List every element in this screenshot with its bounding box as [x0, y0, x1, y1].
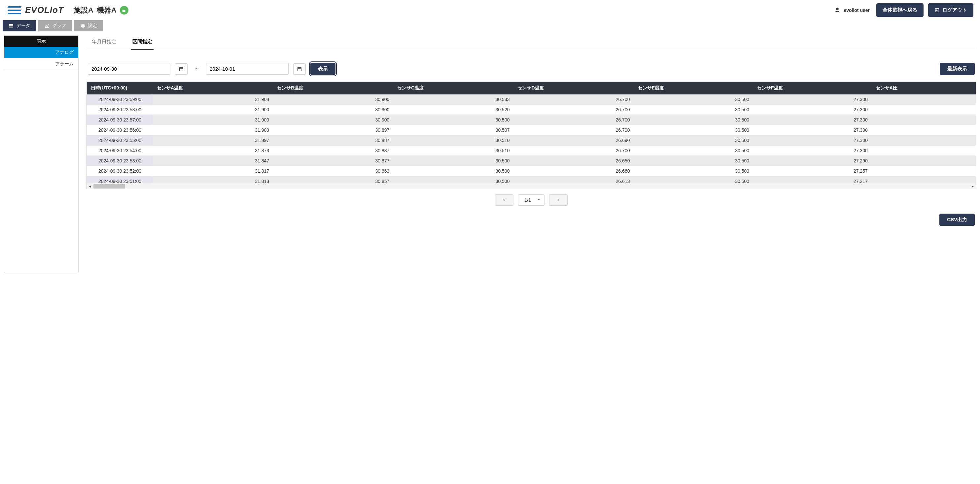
table-cell: [872, 156, 976, 166]
data-table-wrap: 日時(UTC+09:00)センサA温度センサB温度センサC温度センサD温度センサ…: [86, 81, 976, 189]
table-cell: 26.650: [514, 156, 634, 166]
date-from-input[interactable]: [88, 63, 170, 75]
csv-export-button[interactable]: CSV出力: [939, 213, 975, 226]
table-cell: 30.510: [393, 135, 514, 146]
main-tabs: データ グラフ 設定: [0, 20, 980, 31]
logo-mark-icon: [6, 5, 22, 16]
table-cell: 30.863: [273, 166, 393, 176]
table-cell: 30.500: [634, 115, 753, 125]
scroll-left-arrow-icon[interactable]: ◄: [87, 183, 93, 189]
table-cell: 2024-09-30 23:52:00: [87, 166, 153, 176]
data-table-scroll[interactable]: 日時(UTC+09:00)センサA温度センサB温度センサC温度センサD温度センサ…: [87, 82, 976, 183]
logout-button[interactable]: ログアウト: [928, 3, 974, 17]
table-cell: [872, 146, 976, 156]
user-icon: [834, 7, 840, 13]
table-cell: 30.500: [634, 146, 753, 156]
page-select[interactable]: 1/1: [518, 194, 544, 206]
date-to-input[interactable]: [206, 63, 289, 75]
page-prev-button[interactable]: <: [495, 194, 514, 206]
filter-row: ～ 表示 最新表示: [86, 50, 976, 81]
table-cell: 30.500: [634, 94, 753, 105]
table-cell: 2024-09-30 23:55:00: [87, 135, 153, 146]
logout-label: ログアウト: [942, 7, 967, 13]
table-cell: 30.500: [634, 135, 753, 146]
table-cell: 26.700: [514, 125, 634, 135]
latest-button[interactable]: 最新表示: [940, 63, 975, 75]
tab-graph-label: グラフ: [52, 23, 66, 29]
show-label: 表示: [318, 66, 328, 72]
table-cell: 2024-09-30 23:54:00: [87, 146, 153, 156]
subtab-date[interactable]: 年月日指定: [91, 35, 118, 50]
table-cell: 30.500: [393, 176, 514, 183]
calendar-from-button[interactable]: [175, 64, 188, 75]
page-current: 1/1: [524, 197, 531, 203]
range-separator: ～: [192, 65, 201, 72]
back-to-overview-button[interactable]: 全体監視へ戻る: [876, 3, 924, 17]
table-cell: 26.613: [514, 176, 634, 183]
table-cell: [872, 166, 976, 176]
horizontal-scrollbar[interactable]: ◄ ►: [87, 183, 976, 189]
scroll-thumb[interactable]: [94, 184, 125, 188]
subtab-range[interactable]: 区間指定: [131, 35, 154, 50]
chevron-right-icon: >: [557, 197, 560, 203]
table-cell: [872, 135, 976, 146]
table-cell: 31.817: [153, 166, 273, 176]
tab-settings[interactable]: 設定: [74, 20, 103, 31]
table-cell: [872, 115, 976, 125]
table-cell: [872, 105, 976, 115]
table-cell: 2024-09-30 23:58:00: [87, 105, 153, 115]
table-row: 2024-09-30 23:51:0031.81330.85730.50026.…: [87, 176, 976, 183]
tab-data[interactable]: データ: [3, 20, 36, 31]
sidebar-item-alarm[interactable]: アラーム: [4, 59, 78, 70]
table-cell: 27.257: [753, 166, 872, 176]
table-cell: 31.897: [153, 135, 273, 146]
table-cell: 2024-09-30 23:51:00: [87, 176, 153, 183]
table-cell: 26.660: [514, 166, 634, 176]
table-cell: 30.500: [634, 166, 753, 176]
calendar-to-button[interactable]: [293, 64, 306, 75]
table-cell: 27.300: [753, 125, 872, 135]
table-row: 2024-09-30 23:54:0031.87330.88730.51026.…: [87, 146, 976, 156]
back-label: 全体監視へ戻る: [883, 7, 917, 13]
calendar-icon: [179, 66, 184, 72]
page-next-button[interactable]: >: [549, 194, 568, 206]
col-header: センサA温度: [153, 82, 273, 94]
table-cell: 30.520: [393, 105, 514, 115]
data-table: 日時(UTC+09:00)センサA温度センサB温度センサC温度センサD温度センサ…: [87, 82, 976, 183]
table-cell: 30.500: [634, 105, 753, 115]
gear-icon: [80, 23, 85, 29]
table-cell: 30.510: [393, 146, 514, 156]
table-cell: 2024-09-30 23:59:00: [87, 94, 153, 105]
sidebar-title: 表示: [4, 36, 78, 47]
table-cell: 30.900: [273, 105, 393, 115]
device-name: 機器A: [97, 5, 116, 15]
table-cell: 27.290: [753, 156, 872, 166]
chart-icon: [44, 23, 49, 29]
tab-graph[interactable]: グラフ: [38, 20, 72, 31]
table-cell: 27.300: [753, 135, 872, 146]
table-row: 2024-09-30 23:53:0031.84730.87730.50026.…: [87, 156, 976, 166]
factory-icon: [120, 6, 129, 14]
table-cell: 30.887: [273, 146, 393, 156]
tab-settings-label: 設定: [88, 23, 97, 29]
table-cell: 26.690: [514, 135, 634, 146]
col-header: センサD温度: [514, 82, 634, 94]
col-header: センサB温度: [273, 82, 393, 94]
table-cell: 31.847: [153, 156, 273, 166]
user-block: evoliot user: [834, 7, 870, 13]
table-cell: 26.700: [514, 115, 634, 125]
chevron-down-icon: [537, 197, 541, 203]
sub-tabs: 年月日指定 区間指定: [86, 35, 976, 50]
col-header: センサF温度: [753, 82, 872, 94]
table-row: 2024-09-30 23:52:0031.81730.86330.50026.…: [87, 166, 976, 176]
sidebar-item-analog[interactable]: アナログ: [4, 47, 78, 59]
table-row: 2024-09-30 23:56:0031.90030.89730.50726.…: [87, 125, 976, 135]
main-panel: 年月日指定 区間指定 ～ 表示 最新表示: [79, 35, 976, 226]
table-icon: [9, 23, 14, 29]
table-row: 2024-09-30 23:55:0031.89730.88730.51026.…: [87, 135, 976, 146]
table-row: 2024-09-30 23:57:0031.90030.90030.50026.…: [87, 115, 976, 125]
table-cell: [872, 94, 976, 105]
show-button[interactable]: 表示: [310, 63, 336, 75]
table-cell: 31.900: [153, 105, 273, 115]
scroll-right-arrow-icon[interactable]: ►: [970, 183, 976, 189]
